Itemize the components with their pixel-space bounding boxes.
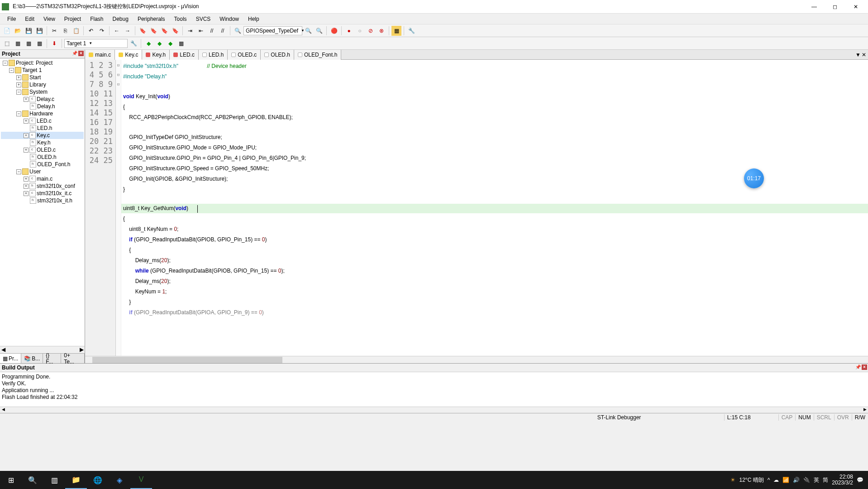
tree-group-system[interactable]: −System (1, 88, 84, 96)
search-icon[interactable]: 🔍 (22, 471, 43, 489)
tab-close-icon[interactable]: ✕ (862, 52, 866, 58)
manage-rte-icon[interactable]: ◆ (143, 38, 153, 48)
save-all-icon[interactable]: 💾 (34, 26, 44, 36)
close-button[interactable]: ✕ (845, 0, 866, 14)
explorer-icon[interactable]: 📁 (65, 471, 87, 489)
panel-tab-books[interactable]: 📚B... (21, 354, 43, 363)
find-icon[interactable]: 🔍 (233, 26, 243, 36)
code-editor[interactable]: 1 2 3 4 5 6 7 8 9 10 11 12 13 14 15 16 1… (85, 60, 868, 356)
indent-icon[interactable]: ⇥ (185, 26, 195, 36)
app-icon-1[interactable]: ◈ (109, 471, 130, 489)
paste-icon[interactable]: 📋 (71, 26, 81, 36)
comment-icon[interactable]: // (207, 26, 217, 36)
download-icon[interactable]: ⬇ (49, 38, 59, 48)
editor-hscroll[interactable] (85, 356, 868, 363)
tree-file[interactable]: +OLED.c (1, 146, 84, 153)
target-combo[interactable]: Target 1▼ (64, 39, 128, 48)
tree-file[interactable]: stm32f10x_it.h (1, 197, 84, 204)
start-button[interactable]: ⊞ (0, 471, 22, 489)
tab-oled-h[interactable]: OLED.h (261, 50, 294, 60)
new-file-icon[interactable]: 📄 (2, 26, 12, 36)
panel-tab-templates[interactable]: 0+ Te... (61, 354, 85, 363)
maximize-button[interactable]: ◻ (825, 0, 845, 14)
breakpoint-kill-icon[interactable]: ⊗ (377, 26, 386, 36)
code-body[interactable]: #include "stm32f10x.h" // Device header … (121, 60, 868, 356)
ime-mode[interactable]: 简 (823, 476, 828, 484)
menu-help[interactable]: Help (243, 14, 264, 24)
select-pack-icon[interactable]: ◆ (154, 38, 164, 48)
pin-icon[interactable]: 📌 (72, 51, 77, 56)
volume-icon[interactable]: 🔊 (793, 477, 800, 483)
nav-back-icon[interactable]: ← (112, 26, 122, 36)
tab-led-c[interactable]: LED.c (170, 50, 199, 60)
tree-file[interactable]: +stm32f10x_conf (1, 182, 84, 190)
tab-key-c[interactable]: Key.c (115, 50, 142, 60)
tree-file[interactable]: +Delay.c (1, 96, 84, 103)
bookmark-clear-icon[interactable]: 🔖 (170, 26, 180, 36)
tree-target[interactable]: −Target 1 (1, 67, 84, 74)
save-icon[interactable]: 💾 (24, 26, 33, 36)
pin-icon[interactable]: 📌 (855, 364, 861, 369)
menu-view[interactable]: View (39, 14, 60, 24)
menu-flash[interactable]: Flash (86, 14, 108, 24)
menu-project[interactable]: Project (60, 14, 86, 24)
tab-oled-c[interactable]: OLED.c (228, 50, 261, 60)
breakpoint-insert-icon[interactable]: ● (344, 26, 354, 36)
tree-file-selected[interactable]: +Key.c (1, 132, 84, 139)
tab-dropdown-icon[interactable]: ▼ (855, 52, 861, 58)
nav-fwd-icon[interactable]: → (123, 26, 133, 36)
tree-root[interactable]: −Project: Project (1, 59, 84, 67)
menu-tools[interactable]: Tools (170, 14, 191, 24)
weather-text[interactable]: 12°C 晴朗 (739, 476, 763, 484)
tab-key-h[interactable]: Key.h (142, 50, 170, 60)
menu-peripherals[interactable]: Peripherals (133, 14, 170, 24)
battery-icon[interactable]: 🔌 (803, 477, 810, 483)
notifications-icon[interactable]: 💬 (857, 477, 863, 483)
redo-icon[interactable]: ↷ (97, 26, 107, 36)
bookmark-next-icon[interactable]: 🔖 (159, 26, 169, 36)
ime-lang[interactable]: 英 (814, 476, 819, 484)
build-icon[interactable]: ▦ (13, 38, 23, 48)
tree-file[interactable]: Key.h (1, 139, 84, 146)
tree-file[interactable]: LED.h (1, 125, 84, 132)
manage-project-icon[interactable]: ▦ (176, 38, 186, 48)
rebuild-icon[interactable]: ▦ (24, 38, 33, 48)
tree-file[interactable]: +LED.c (1, 117, 84, 125)
find-in-files-icon[interactable]: 🔍 (314, 26, 324, 36)
panel-close-icon[interactable]: × (78, 51, 84, 56)
bookmark-icon[interactable]: 🔖 (138, 26, 148, 36)
tab-oled-font-h[interactable]: OLED_Font.h (294, 50, 341, 60)
build-output-body[interactable]: Programming Done. Verify OK. Application… (0, 372, 868, 407)
build-scroll-right[interactable]: ▶ (862, 407, 868, 413)
tree-group-user[interactable]: −User (1, 168, 84, 175)
undo-icon[interactable]: ↶ (86, 26, 96, 36)
weather-icon[interactable]: ☀ (730, 477, 735, 483)
outdent-icon[interactable]: ⇤ (196, 26, 206, 36)
panel-tab-functions[interactable]: {} F... (43, 354, 61, 363)
build-scroll-left[interactable]: ◀ (0, 407, 6, 413)
timer-badge[interactable]: 01:17 (744, 168, 764, 188)
configure-icon[interactable]: 🔧 (406, 26, 416, 36)
window-layout-icon[interactable]: ▦ (391, 26, 401, 36)
keil-icon[interactable]: V (130, 471, 152, 489)
menu-svcs[interactable]: SVCS (191, 14, 215, 24)
tab-led-h[interactable]: LED.h (199, 50, 228, 60)
menu-debug[interactable]: Debug (108, 14, 133, 24)
tree-group-start[interactable]: +Start (1, 74, 84, 81)
cut-icon[interactable]: ✂ (49, 26, 59, 36)
breakpoint-disable-icon[interactable]: ⊘ (366, 26, 376, 36)
project-tree[interactable]: −Project: Project −Target 1 +Start +Libr… (0, 58, 85, 346)
tree-group-library[interactable]: +Library (1, 81, 84, 88)
menu-file[interactable]: File (3, 14, 20, 24)
open-file-icon[interactable]: 📂 (13, 26, 23, 36)
tree-file[interactable]: +main.c (1, 175, 84, 182)
panel-close-icon[interactable]: × (862, 364, 867, 370)
tree-file[interactable]: +stm32f10x_it.c (1, 190, 84, 197)
tree-file[interactable]: OLED.h (1, 153, 84, 161)
tree-file[interactable]: Delay.h (1, 103, 84, 110)
panel-tab-project[interactable]: ▦Pr... (0, 354, 21, 363)
pack-installer-icon[interactable]: ◆ (165, 38, 175, 48)
tree-scroll-left[interactable]: ◀ (0, 346, 6, 353)
copy-icon[interactable]: ⎘ (60, 26, 70, 36)
edge-icon[interactable]: 🌐 (87, 471, 109, 489)
